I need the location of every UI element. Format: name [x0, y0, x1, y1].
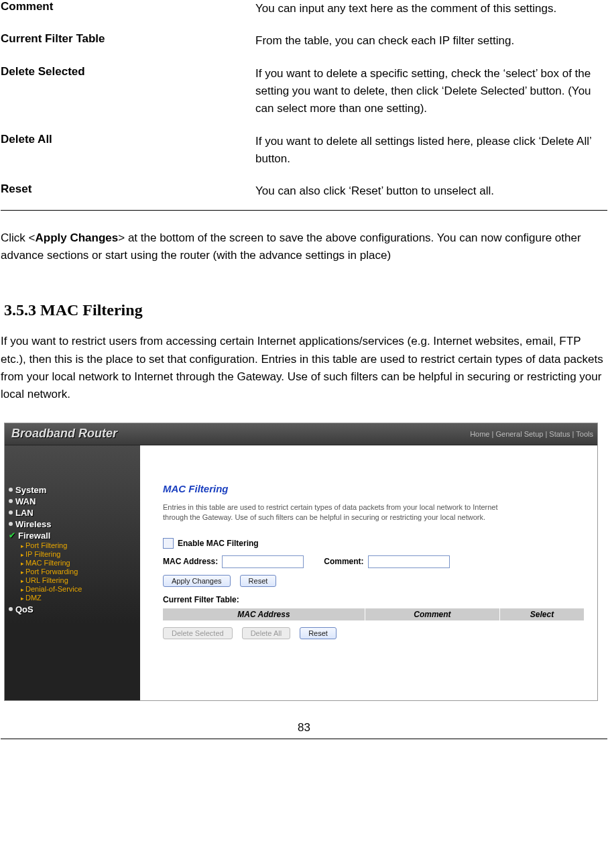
sidebar-label: Wireless [15, 519, 51, 529]
desc-reset: You can also click ‘Reset’ button to uns… [255, 182, 607, 200]
term-comment: Comment [1, 0, 255, 13]
reset-table-button[interactable]: Reset [300, 627, 337, 639]
filter-table: MAC Address Comment Select [163, 608, 584, 620]
router-top-nav[interactable]: Home | General Setup | Status | Tools [470, 430, 593, 438]
sidebar-item-firewall[interactable]: ✔Firewall [5, 530, 140, 541]
sidebar-label: QoS [15, 604, 34, 614]
router-banner: Broadband Router Home | General Setup | … [5, 423, 597, 445]
section-heading-mac-filtering: 3.5.3 MAC Filtering [4, 301, 607, 319]
apply-changes-button[interactable]: Apply Changes [163, 575, 231, 587]
comment-input[interactable] [368, 555, 450, 568]
sidebar-sub-port-forwarding[interactable]: Port Forwarding [21, 567, 140, 576]
apply-pre: Click < [1, 231, 35, 244]
enable-mac-checkbox[interactable] [163, 538, 174, 549]
sidebar-sub-port-filtering[interactable]: Port Filtering [21, 541, 140, 550]
sidebar-item-system[interactable]: System [5, 484, 140, 496]
sidebar-label: System [15, 485, 46, 495]
sidebar-label: WAN [15, 496, 36, 506]
term-current-filter-table: Current Filter Table [1, 32, 255, 46]
router-brand: Broadband Router [11, 427, 117, 441]
mac-address-input[interactable] [222, 555, 304, 568]
sidebar-item-lan[interactable]: LAN [5, 507, 140, 519]
sidebar-sub-dos[interactable]: Denial-of-Service [21, 585, 140, 594]
delete-selected-button[interactable]: Delete Selected [163, 627, 233, 639]
desc-comment: You can input any text here as the comme… [255, 0, 607, 17]
sidebar-item-wireless[interactable]: Wireless [5, 519, 140, 530]
footer-rule [1, 739, 607, 739]
filter-table-caption: Current Filter Table: [163, 595, 584, 604]
sidebar-item-qos[interactable]: QoS [5, 604, 140, 615]
divider [1, 210, 607, 211]
delete-all-button[interactable]: Delete All [242, 627, 290, 639]
desc-delete-selected: If you want to delete a specific setting… [255, 65, 607, 118]
term-delete-all: Delete All [1, 133, 255, 146]
th-select: Select [499, 608, 584, 620]
sidebar-sub-ip-filtering[interactable]: IP Filtering [21, 550, 140, 559]
panel-desc: Entries in this table are used to restri… [163, 502, 511, 523]
bullet-icon [9, 499, 13, 503]
comment-label: Comment: [324, 557, 363, 566]
desc-current-filter-table: From the table, you can check each IP fi… [255, 32, 607, 50]
section-body: If you want to restrict users from acces… [1, 333, 607, 403]
th-mac-address: MAC Address [163, 608, 365, 620]
term-reset: Reset [1, 182, 255, 196]
bullet-icon [9, 488, 13, 492]
mac-address-label: MAC Address: [163, 557, 218, 566]
router-sidebar: System WAN LAN Wireless ✔Firewall Port F… [5, 445, 140, 700]
check-icon: ✔ [9, 533, 15, 538]
sidebar-label: Firewall [18, 531, 50, 541]
sidebar-sub-mac-filtering[interactable]: MAC Filtering [21, 559, 140, 567]
bullet-icon [9, 510, 13, 514]
sidebar-label: LAN [15, 508, 34, 518]
page-number: 83 [1, 721, 607, 735]
sidebar-sub-dmz[interactable]: DMZ [21, 594, 140, 602]
bullet-icon [9, 607, 13, 611]
router-main: MAC Filtering Entries in this table are … [140, 445, 597, 700]
th-comment: Comment [365, 608, 499, 620]
bullet-icon [9, 522, 13, 526]
panel-title: MAC Filtering [163, 483, 584, 494]
desc-delete-all: If you want to delete all settings liste… [255, 133, 607, 168]
enable-mac-label: Enable MAC Filtering [178, 539, 259, 548]
term-delete-selected: Delete Selected [1, 65, 255, 78]
apply-bold: Apply Changes [35, 231, 118, 244]
sidebar-sub-url-filtering[interactable]: URL Filtering [21, 576, 140, 585]
reset-button[interactable]: Reset [240, 575, 277, 587]
sidebar-item-wan[interactable]: WAN [5, 496, 140, 507]
router-screenshot: Broadband Router Home | General Setup | … [4, 423, 598, 701]
apply-changes-paragraph: Click <Apply Changes> at the bottom of t… [1, 229, 607, 265]
